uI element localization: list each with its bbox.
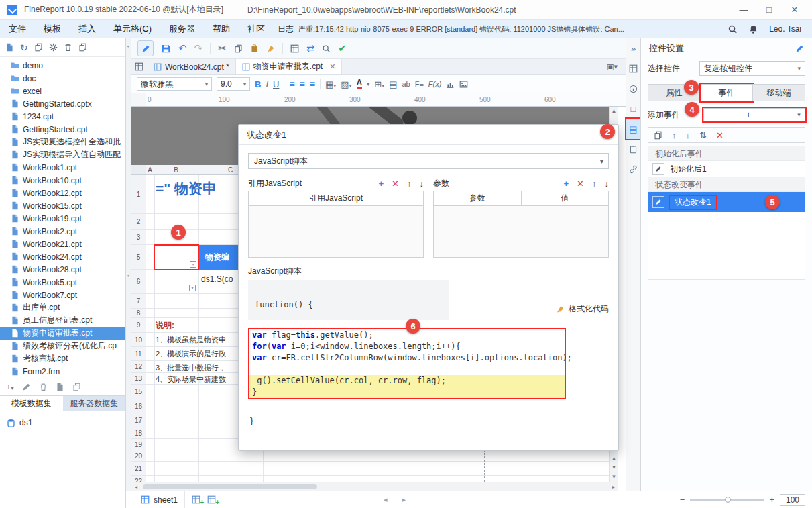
row-header[interactable]: 18	[131, 427, 146, 438]
column-header[interactable]: B	[154, 165, 198, 174]
swap-icon[interactable]: ⇄	[306, 42, 315, 54]
row-header[interactable]: 11	[131, 347, 146, 360]
tree-file[interactable]: WorkBook7.cpt	[0, 289, 125, 301]
italic-button[interactable]: I	[266, 79, 268, 89]
tab-approval-report[interactable]: 物资申请审批表.cpt ✕	[236, 59, 343, 74]
widget-edit-icon[interactable]	[137, 40, 154, 56]
row-header[interactable]: 1	[131, 175, 146, 213]
copy-icon[interactable]	[78, 43, 87, 52]
row-header[interactable]: 19	[131, 439, 146, 450]
row-header[interactable]: 13	[131, 373, 146, 384]
remove-ref-js-button[interactable]: ✕	[392, 179, 399, 189]
scroll-left-icon[interactable]: ◂	[131, 484, 141, 490]
row-header[interactable]: 15	[131, 385, 146, 399]
tree-folder[interactable]: demo	[0, 59, 125, 72]
floating-element-icon[interactable]: F≡	[415, 80, 424, 88]
close-button[interactable]: ✕	[784, 3, 805, 17]
selected-widget-cell[interactable]: ▾	[154, 245, 198, 270]
borders-icon[interactable]: ⊞▾	[374, 79, 384, 89]
add-dataset-button[interactable]: +▾	[6, 382, 14, 392]
image-icon[interactable]	[459, 80, 468, 89]
row-header[interactable]: 10	[131, 333, 146, 346]
scrollbar-thumb[interactable]	[143, 484, 317, 489]
page-down-icon[interactable]: ▾	[610, 463, 618, 472]
tree-file[interactable]: WorkBook10.cpt	[0, 174, 125, 187]
tab-events[interactable]: 事件	[701, 84, 753, 101]
validate-check-icon[interactable]: ✔	[338, 42, 347, 54]
tree-file[interactable]: GettingStarted.cptx	[0, 97, 125, 110]
copy-event-icon[interactable]	[654, 131, 662, 140]
sheet-row[interactable]: 22	[131, 476, 609, 482]
new-report-icon[interactable]	[5, 43, 14, 52]
collapse-panel-icon[interactable]: »	[626, 38, 640, 58]
checkbox-widget-icon[interactable]: ▾	[190, 261, 196, 268]
add-sheet-icon[interactable]: +	[192, 495, 200, 504]
tree-file[interactable]: 1234.cpt	[0, 110, 125, 123]
sheet-row[interactable]: 21	[131, 462, 609, 476]
preview-dataset-icon[interactable]	[56, 383, 64, 391]
refresh-icon[interactable]: ↻	[20, 42, 28, 53]
add-ref-js-button[interactable]: +	[379, 179, 384, 189]
redo-icon[interactable]: ↷	[194, 42, 203, 54]
menu-item[interactable]: 文件	[0, 20, 35, 38]
copy-icon[interactable]	[234, 44, 243, 53]
scroll-right-icon[interactable]: ▸	[609, 484, 618, 490]
widget-info-icon[interactable]	[626, 79, 640, 99]
format-painter-icon[interactable]	[266, 44, 275, 53]
tree-folder[interactable]: doc	[0, 72, 125, 85]
tab-mobile[interactable]: 移动端	[753, 84, 805, 101]
search-icon[interactable]	[728, 24, 738, 34]
select-all-corner[interactable]	[131, 165, 146, 174]
row-header[interactable]: 8	[131, 309, 146, 317]
menu-item[interactable]: 帮助	[204, 20, 239, 38]
code-line[interactable]: var cr=FR.cellStr2ColumnRow(window.lineb…	[249, 352, 565, 364]
tree-file[interactable]: Form2.frm	[0, 365, 125, 378]
scroll-up-icon[interactable]: ▲	[610, 107, 618, 116]
move-up-icon[interactable]: ↑	[672, 130, 677, 140]
row-header[interactable]: 17	[131, 413, 146, 427]
event-type-select[interactable]: JavaScript脚本 ▾	[248, 153, 609, 169]
preview-icon[interactable]	[34, 43, 43, 52]
menu-item[interactable]: 服务器	[160, 20, 204, 38]
formula-icon[interactable]: F(x)	[428, 80, 442, 88]
align-center-icon[interactable]: ≡	[300, 79, 305, 89]
dataset-item[interactable]: ds1	[7, 416, 119, 429]
font-family-select[interactable]: 微软雅黑▾	[137, 77, 212, 91]
tabs-overflow-icon[interactable]: ▣▾	[607, 62, 618, 71]
widget-select[interactable]: 复选按钮控件 ▾	[699, 61, 805, 76]
row-header[interactable]: 20	[131, 450, 146, 461]
cell-elements-icon[interactable]	[626, 139, 640, 159]
menu-item[interactable]: 模板	[35, 20, 70, 38]
paste-icon[interactable]	[250, 44, 259, 53]
row-header[interactable]: 3	[131, 230, 146, 244]
underline-button[interactable]: U	[273, 79, 279, 89]
tree-file[interactable]: WorkBook1.cpt	[0, 161, 125, 174]
copy-dataset-icon[interactable]	[72, 383, 81, 391]
scroll-down-icon[interactable]: ▼	[610, 472, 618, 482]
delete-icon[interactable]	[64, 43, 72, 52]
cell-style-icon[interactable]: ▤	[389, 79, 397, 89]
edit-event-icon[interactable]	[652, 163, 664, 175]
tree-file[interactable]: 出库单.cpt	[0, 301, 125, 314]
cell-note[interactable]: 3、批量选中数据行，	[156, 363, 226, 373]
zoom-slider[interactable]	[690, 499, 764, 501]
align-right-icon[interactable]: ≡	[310, 79, 315, 89]
tab-template-datasets[interactable]: 模板数据集	[0, 396, 63, 411]
sort-icon[interactable]: ⇅	[699, 130, 707, 140]
row-header[interactable]: 7	[131, 294, 146, 308]
fill-color-icon[interactable]: ▨▾	[341, 79, 351, 89]
code-line[interactable]	[249, 364, 565, 375]
minimize-button[interactable]: —	[733, 3, 754, 17]
align-left-icon[interactable]: ≡	[289, 79, 294, 89]
move-down-button[interactable]: ↓	[605, 179, 610, 189]
tree-file[interactable]: WorkBook15.cpt	[0, 199, 125, 212]
move-up-button[interactable]: ↑	[592, 179, 597, 189]
maximize-button[interactable]: □	[758, 3, 780, 17]
tree-file[interactable]: WorkBook19.cpt	[0, 212, 125, 225]
bold-button[interactable]: B	[255, 79, 261, 89]
tree-file[interactable]: WorkBook28.cpt	[0, 263, 125, 276]
cell-note[interactable]: 2、模板演示的是行政	[156, 349, 226, 359]
cell-note-title[interactable]: 说明:	[156, 320, 174, 332]
params-table-body[interactable]	[434, 206, 608, 257]
tab-workbook24[interactable]: WorkBook24.cpt *	[148, 59, 236, 74]
